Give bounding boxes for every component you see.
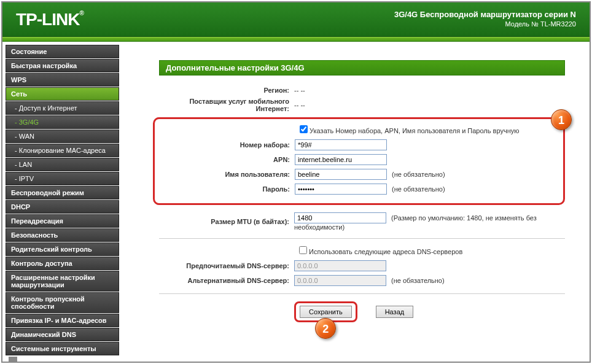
- content-area: Дополнительные настройки 3G/4G Регион: -…: [122, 42, 590, 362]
- dns1-label: Предпочитаемый DNS-сервер:: [159, 262, 294, 269]
- sidebar-item-routing[interactable]: Расширенные настройки маршрутизации: [6, 271, 119, 292]
- separator-2: [159, 293, 565, 294]
- dns-checkbox[interactable]: [299, 246, 307, 254]
- sidebar-item-access-control[interactable]: Контроль доступа: [6, 257, 119, 270]
- sidebar-item-internet-access[interactable]: - Доступ к Интернет: [6, 101, 119, 115]
- dial-label: Номер набора:: [160, 141, 295, 149]
- sidebar-item-security[interactable]: Безопасность: [6, 228, 119, 242]
- back-button[interactable]: Назад: [376, 306, 414, 318]
- separator: [159, 238, 565, 239]
- save-button[interactable]: Сохранить: [300, 306, 352, 318]
- password-label: Пароль:: [160, 185, 295, 193]
- sidebar-item-3g4g[interactable]: - 3G/4G: [6, 115, 119, 129]
- mtu-input[interactable]: [294, 212, 386, 223]
- apn-input[interactable]: [295, 154, 387, 165]
- dns2-label: Альтернативный DNS-сервер:: [159, 277, 294, 284]
- password-note: (не обязательно): [392, 185, 445, 193]
- sidebar-item-wan[interactable]: - WAN: [6, 130, 119, 143]
- sidebar-item-lan[interactable]: - LAN: [6, 158, 119, 171]
- brand-logo: TP-LINK®: [16, 10, 84, 29]
- highlight-box-2: Сохранить 2: [294, 301, 357, 322]
- apn-label: APN:: [160, 156, 295, 163]
- username-input[interactable]: [295, 169, 387, 180]
- dns2-input[interactable]: [294, 275, 386, 286]
- provider-value: -- --: [294, 101, 565, 109]
- sidebar-scrollbar[interactable]: [9, 357, 17, 362]
- sidebar-item-ddns[interactable]: Динамический DNS: [6, 328, 119, 341]
- username-label: Имя пользователя:: [160, 171, 295, 178]
- sidebar-item-wireless[interactable]: Беспроводной режим: [6, 186, 119, 199]
- username-note: (не обязательно): [392, 171, 445, 178]
- highlight-box-1: 1 Указать Номер набора, APN, Имя пользов…: [153, 117, 565, 205]
- sidebar-item-quicksetup[interactable]: Быстрая настройка: [6, 59, 119, 72]
- header: TP-LINK® 3G/4G Беспроводной маршрутизато…: [2, 2, 590, 37]
- header-title: 3G/4G Беспроводной маршрутизатор серии N: [394, 10, 576, 19]
- dial-input[interactable]: [295, 139, 387, 150]
- sidebar-item-iptv[interactable]: - IPTV: [6, 172, 119, 185]
- password-input[interactable]: [295, 184, 387, 195]
- callout-1: 1: [551, 109, 572, 130]
- manual-checkbox[interactable]: [300, 125, 308, 133]
- mtu-label: Размер MTU (в байтах):: [159, 218, 294, 225]
- callout-2: 2: [315, 318, 336, 339]
- dns-checkbox-label: Использовать следующие адреса DNS-сервер…: [309, 248, 462, 255]
- sidebar-item-system-tools[interactable]: Системные инструменты: [6, 342, 119, 355]
- sidebar-item-dhcp[interactable]: DHCP: [6, 200, 119, 214]
- sidebar-item-network[interactable]: Сеть: [6, 87, 119, 101]
- dns2-note: (не обязательно): [391, 277, 445, 284]
- header-model: Модель № TL-MR3220: [394, 20, 576, 28]
- sidebar-item-parental[interactable]: Родительский контроль: [6, 242, 119, 256]
- provider-label: Поставщик услуг мобильного Интернет:: [159, 98, 294, 112]
- region-value: -- --: [294, 87, 565, 94]
- dns1-input[interactable]: [294, 260, 386, 271]
- sidebar-item-wps[interactable]: WPS: [6, 73, 119, 87]
- sidebar-item-forwarding[interactable]: Переадресация: [6, 214, 119, 228]
- sidebar-item-bandwidth[interactable]: Контроль пропускной способности: [6, 292, 119, 313]
- sidebar-item-mac-clone[interactable]: - Клонирование MAC-адреса: [6, 144, 119, 157]
- accent-bar: [2, 37, 590, 42]
- manual-checkbox-label: Указать Номер набора, APN, Имя пользоват…: [310, 127, 519, 134]
- sidebar-item-status[interactable]: Состояние: [6, 45, 119, 58]
- section-title: Дополнительные настройки 3G/4G: [159, 60, 565, 76]
- sidebar: Состояние Быстрая настройка WPS Сеть - Д…: [2, 42, 122, 362]
- sidebar-item-ip-mac-binding[interactable]: Привязка IP- и MAC-адресов: [6, 314, 119, 327]
- region-label: Регион:: [159, 87, 294, 94]
